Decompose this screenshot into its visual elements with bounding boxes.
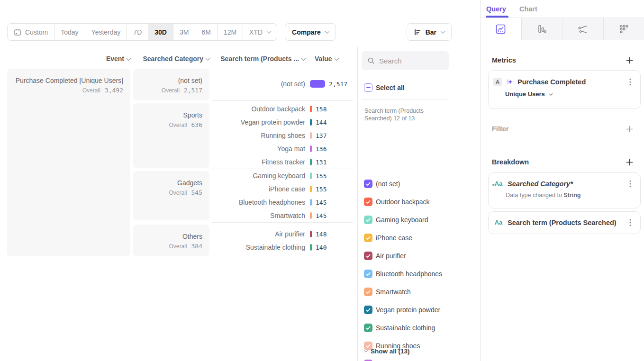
date-range-yesterday[interactable]: Yesterday bbox=[85, 24, 127, 40]
add-filter-button[interactable] bbox=[624, 124, 635, 134]
column-header-event[interactable]: Event bbox=[7, 54, 130, 64]
date-range-3m[interactable]: 3M bbox=[173, 24, 195, 40]
value-bar bbox=[310, 145, 312, 152]
legend-item[interactable]: Vegan protein powder bbox=[364, 305, 440, 315]
legend-item[interactable]: iPhone case bbox=[364, 233, 412, 243]
kebab-icon bbox=[629, 219, 631, 226]
tab-flows[interactable] bbox=[562, 18, 603, 40]
breakdown-options-menu[interactable] bbox=[626, 180, 635, 188]
value-bar bbox=[310, 132, 312, 139]
legend-item[interactable]: Smartwatch bbox=[364, 287, 411, 297]
column-header-category[interactable]: Searched Category bbox=[133, 54, 209, 64]
legend-item[interactable]: Outdoor backpack bbox=[364, 197, 430, 207]
compare-button[interactable]: Compare bbox=[285, 23, 336, 41]
tab-insights[interactable] bbox=[481, 18, 521, 40]
event-overall-value: 3,492 bbox=[105, 87, 123, 94]
kebab-icon bbox=[629, 78, 631, 86]
measure-dropdown[interactable]: Unique Users bbox=[505, 90, 640, 98]
table-row[interactable]: Gaming keyboard155 bbox=[212, 171, 354, 180]
tab-retention[interactable] bbox=[603, 18, 644, 40]
date-range-7d[interactable]: 7D bbox=[127, 24, 148, 40]
table-row[interactable]: Sustainable clothing140 bbox=[212, 243, 354, 252]
chevron-down-icon bbox=[334, 56, 339, 61]
breakdown-card-search-term[interactable]: Aa Search term (Products Searched) bbox=[488, 211, 641, 234]
flows-icon bbox=[577, 24, 589, 35]
table-row[interactable]: Fitness tracker131 bbox=[212, 157, 354, 167]
check-icon bbox=[366, 182, 371, 186]
check-icon bbox=[366, 200, 371, 204]
metrics-section-header: Metrics bbox=[492, 55, 635, 65]
column-header-term[interactable]: Search term (Products ... bbox=[212, 54, 305, 64]
breakdown-heading: Breakdown bbox=[492, 158, 529, 166]
chevron-down-icon bbox=[301, 56, 306, 61]
value-bar bbox=[310, 186, 312, 192]
category-cell-not-set[interactable]: (not set) Overall2,517 bbox=[133, 69, 209, 100]
string-property-icon: Aa bbox=[493, 218, 504, 227]
check-icon bbox=[366, 290, 371, 294]
legend-search[interactable] bbox=[362, 51, 449, 70]
tab-chart[interactable]: Chart bbox=[519, 0, 537, 18]
legend-item[interactable]: Gaming keyboard bbox=[364, 215, 428, 225]
checkbox-checked[interactable] bbox=[364, 288, 372, 296]
checkbox-checked[interactable] bbox=[364, 180, 372, 188]
date-range-custom[interactable]: Custom bbox=[8, 24, 54, 40]
breakdown-card-searched-category[interactable]: Aa* Searched Category* Data type changed… bbox=[488, 172, 641, 208]
chevron-down-icon bbox=[267, 29, 272, 34]
legend-item[interactable]: (not set) bbox=[364, 179, 400, 189]
value-bar bbox=[310, 199, 312, 206]
legend-item[interactable]: Bluetooth headphones bbox=[364, 269, 442, 279]
checkbox-checked[interactable] bbox=[364, 234, 372, 242]
event-cell[interactable]: Purchase Completed [Unique Users] Overal… bbox=[7, 69, 130, 256]
select-all-row[interactable]: Select all bbox=[364, 83, 405, 92]
check-icon bbox=[366, 254, 371, 258]
checkbox-checked[interactable] bbox=[364, 306, 372, 314]
legend-panel: Select all Search term (Products Searche… bbox=[357, 47, 480, 361]
category-cell-others[interactable]: Others Overall384 bbox=[133, 225, 209, 256]
insights-line-chart-icon bbox=[495, 24, 506, 35]
date-range-30d-selected[interactable]: 30D bbox=[148, 24, 173, 40]
legend-item[interactable]: Sustainable clothing bbox=[364, 323, 435, 333]
breakdown-section-header: Breakdown bbox=[492, 157, 635, 167]
table-row[interactable]: Running shoes137 bbox=[212, 131, 354, 140]
metric-card[interactable]: A Purchase Completed Unique Users bbox=[488, 70, 641, 109]
table-row[interactable]: Smartwatch145 bbox=[212, 211, 354, 220]
legend-item[interactable]: Air purifier bbox=[364, 251, 406, 261]
value-bar bbox=[310, 244, 312, 251]
add-breakdown-button[interactable] bbox=[624, 157, 635, 167]
table-row[interactable]: Bluetooth headphones145 bbox=[212, 198, 354, 207]
chevron-down-icon bbox=[364, 348, 368, 352]
table-row[interactable]: Yoga mat136 bbox=[212, 144, 354, 153]
add-metric-button[interactable] bbox=[624, 55, 635, 65]
tab-funnels[interactable] bbox=[521, 18, 562, 40]
tab-query[interactable]: Query bbox=[486, 0, 506, 18]
date-range-6m[interactable]: 6M bbox=[195, 24, 217, 40]
table-row[interactable]: Vegan protein powder144 bbox=[212, 117, 354, 127]
checkbox-checked[interactable] bbox=[364, 252, 372, 260]
query-panel-tabs: Query Chart bbox=[481, 0, 644, 18]
date-range-xtd[interactable]: XTD bbox=[243, 24, 277, 40]
category-cell-sports[interactable]: Sports Overall636 bbox=[133, 103, 209, 168]
table-row[interactable]: Outdoor backpack158 bbox=[212, 104, 354, 114]
table-row[interactable]: Air purifier148 bbox=[212, 229, 354, 239]
data-type-note: Data type changed to String bbox=[506, 192, 640, 199]
breakdown-options-menu[interactable] bbox=[626, 218, 635, 227]
query-panel: Query Chart Metrics A bbox=[480, 0, 644, 361]
select-all-checkbox[interactable] bbox=[364, 83, 372, 92]
metric-options-menu[interactable] bbox=[626, 78, 635, 86]
checkbox-checked[interactable] bbox=[364, 198, 372, 206]
show-all-link[interactable]: Show all (13) bbox=[363, 347, 410, 355]
search-input[interactable] bbox=[379, 57, 441, 65]
table-row[interactable]: (not set)2,517 bbox=[212, 79, 354, 89]
indeterminate-icon bbox=[366, 87, 371, 88]
date-range-12m[interactable]: 12M bbox=[217, 24, 243, 40]
checkbox-checked[interactable] bbox=[364, 216, 372, 224]
checkbox-checked[interactable] bbox=[364, 324, 372, 332]
value-bar bbox=[310, 212, 312, 219]
legend-item[interactable]: Yoga mat bbox=[364, 359, 404, 361]
date-range-today[interactable]: Today bbox=[54, 24, 84, 40]
column-header-value[interactable]: Value bbox=[315, 54, 353, 64]
chart-type-selector[interactable]: Bar bbox=[407, 23, 452, 41]
table-row[interactable]: iPhone case155 bbox=[212, 184, 354, 194]
category-cell-gadgets[interactable]: Gadgets Overall545 bbox=[133, 171, 209, 220]
checkbox-checked[interactable] bbox=[364, 270, 372, 278]
